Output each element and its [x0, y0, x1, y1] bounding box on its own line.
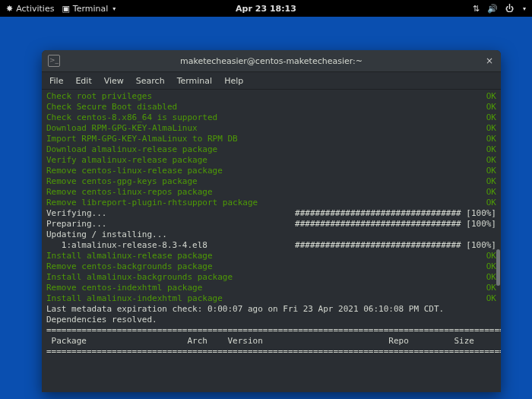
status-line: Install almalinux-release packageOK: [46, 251, 496, 261]
output-line: Package Arch Version Repo Size: [46, 336, 496, 347]
menu-file[interactable]: File: [49, 76, 63, 86]
menu-help[interactable]: Help: [224, 76, 243, 86]
scrollbar-thumb[interactable]: [496, 249, 500, 286]
status-line: Check centos-8.x86_64 is supportedOK: [46, 112, 496, 123]
status-line: Check root privilegesOK: [46, 91, 496, 102]
terminal-icon: >_: [48, 55, 60, 67]
status-line: Remove centos-backgrounds packageOK: [46, 261, 496, 272]
output-line: Updating / installing...: [46, 230, 496, 240]
menu-search[interactable]: Search: [136, 76, 165, 86]
status-line: Install almalinux-backgrounds packageOK: [46, 272, 496, 283]
output-line: Last metadata expiration check: 0:00:07 …: [46, 304, 496, 315]
output-line: Dependencies resolved.: [46, 315, 496, 325]
progress-line: Verifying...############################…: [46, 208, 496, 219]
window-titlebar[interactable]: >_ maketecheasier@centos-maketecheasier:…: [42, 50, 501, 72]
menu-view[interactable]: View: [104, 76, 124, 86]
menu-edit[interactable]: Edit: [75, 76, 91, 86]
terminal-viewport[interactable]: Check root privilegesOKCheck Secure Boot…: [42, 90, 501, 392]
network-icon[interactable]: ⇅: [473, 4, 480, 14]
progress-line: Preparing...############################…: [46, 219, 496, 230]
activities-button[interactable]: ✸ Activities: [6, 4, 54, 14]
gnome-top-panel: ✸ Activities ▣ Terminal▾ Apr 23 18:13 ⇅ …: [0, 0, 532, 17]
clock[interactable]: Apr 23 18:13: [236, 4, 296, 14]
output-line: ========================================…: [46, 347, 496, 357]
menubar: File Edit View Search Terminal Help: [42, 72, 501, 90]
window-title: maketecheasier@centos-maketecheasier:~: [180, 56, 363, 66]
power-icon[interactable]: ⏻: [505, 4, 514, 14]
output-line: ========================================…: [46, 325, 496, 336]
status-line: Import RPM-GPG-KEY-AlmaLinux to RPM DBOK: [46, 134, 496, 144]
status-line: Install almalinux-indexhtml packageOK: [46, 293, 496, 304]
terminal-icon: ▣: [62, 4, 69, 14]
progress-line: 1:almalinux-release-8.3-4.el8###########…: [46, 240, 496, 251]
menu-terminal[interactable]: Terminal: [177, 76, 213, 86]
status-line: Download almalinux-release packageOK: [46, 144, 496, 155]
app-menu[interactable]: ▣ Terminal▾: [62, 4, 116, 14]
volume-icon[interactable]: 🔊: [487, 4, 498, 14]
status-line: Remove centos-linux-repos packageOK: [46, 187, 496, 198]
close-icon[interactable]: ×: [484, 55, 495, 66]
status-line: Remove centos-linux-release packageOK: [46, 166, 496, 176]
status-line: Remove libreport-plugin-rhtsupport packa…: [46, 198, 496, 208]
status-line: Check Secure Boot disabledOK: [46, 102, 496, 112]
status-line: Remove centos-gpg-keys packageOK: [46, 176, 496, 187]
status-line: Download RPM-GPG-KEY-AlmaLinuxOK: [46, 123, 496, 134]
terminal-window: >_ maketecheasier@centos-maketecheasier:…: [42, 50, 501, 392]
status-line: Verify almalinux-release packageOK: [46, 155, 496, 166]
status-line: Remove centos-indexhtml packageOK: [46, 283, 496, 293]
system-menu-chevron[interactable]: ▾: [523, 5, 526, 12]
